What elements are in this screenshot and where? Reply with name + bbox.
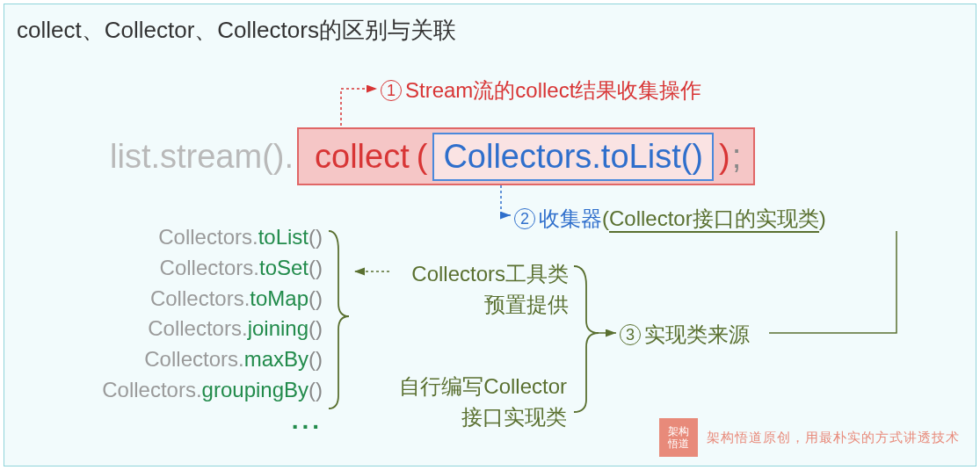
watermark-logo: 架构 悟道 [659,418,698,457]
diagram-title: collect、Collector、Collectors的区别与关联 [17,15,456,46]
annotation-1-text: Stream流的collect结果收集操作 [405,78,701,102]
connector-1 [341,89,377,126]
list-item: Collectors.toSet() [33,253,323,284]
diagram-canvas: collect、Collector、Collectors的区别与关联 1Stre… [4,4,976,466]
annotation-2-text-a: 收集器 [539,206,602,230]
brace-right [574,266,599,412]
code-paren-left: ( [417,138,428,176]
watermark-text: 架构悟道原创，用最朴实的方式讲透技术 [707,430,960,446]
annotation-2-paren-r: ) [819,206,826,230]
connector-2 [501,185,511,215]
code-prefix: list.stream(). [110,138,294,176]
annotation-1: 1Stream流的collect结果收集操作 [381,76,701,105]
watermark: 架构 悟道 架构悟道原创，用最朴实的方式讲透技术 [659,418,960,457]
code-semi: ; [732,138,742,176]
brace-left [329,231,349,409]
collectors-box: Collectors.toList() [432,133,714,181]
annotation-2-text-c: Collector接口的实现类 [609,206,819,233]
annotation-3: 3实现类来源 [620,321,750,349]
annotation-2: 2收集器(Collector接口的实现类) [514,205,826,233]
list-item: Collectors.maxBy() [33,344,323,375]
connector-impl [769,231,897,333]
annotation-3-text: 实现类来源 [644,322,750,346]
annotation-1-num: 1 [381,80,402,101]
collect-box: collect ( Collectors.toList() ); [297,127,755,185]
list-item: Collectors.toList() [33,222,323,253]
code-paren-right: ) [719,138,730,176]
list-ellipsis: ··· [33,409,323,445]
annotation-2-paren-l: ( [602,206,609,230]
annotation-3-num: 3 [620,324,641,345]
list-item: Collectors.groupingBy() [33,375,323,406]
code-collect: collect [315,138,410,176]
source-block-2: 自行编写Collector 接口实现类 [374,372,567,433]
list-item: Collectors.toMap() [33,284,323,315]
list-item: Collectors.joining() [33,314,323,344]
collectors-list: Collectors.toList() Collectors.toSet() C… [33,222,323,445]
code-line: list.stream(). collect ( Collectors.toLi… [110,127,755,185]
source-block-1: Collectors工具类 预置提供 [393,259,569,321]
annotation-2-num: 2 [514,208,535,229]
